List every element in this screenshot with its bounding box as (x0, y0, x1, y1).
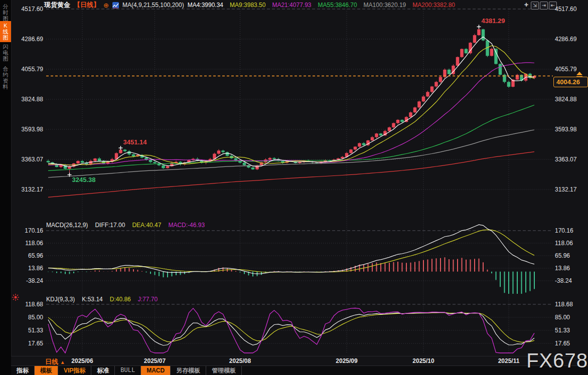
tab-5[interactable]: BULL (115, 366, 141, 375)
auto-fit-icon[interactable]: ⇲ (531, 2, 539, 10)
tab-2[interactable]: 模板 (35, 366, 58, 375)
sidebar-item-label: 分时图 (3, 4, 9, 22)
price-axis-tick: 4055.79 (15, 66, 43, 73)
price-axis-tick: 3363.07 (15, 156, 43, 163)
price-axis-tick: 4055.79 (555, 66, 586, 73)
kdj-axis-tick: 51.33 (555, 327, 586, 334)
time-axis-label: 2025/11 (498, 357, 520, 364)
chevron-up-icon: ▲ (60, 359, 65, 365)
ma-legend-value: MA4:3990.34 (188, 2, 223, 9)
chart-header: 现货黄金 【日线】 ⊕ MA(4,9,21,55,100,200) MA4:39… (44, 1, 455, 9)
kdj-axis-tick: 118.68 (15, 301, 43, 308)
ma-legend-value: MA9:3983.50 (230, 2, 265, 9)
sidebar-item-2[interactable]: K线图 (0, 21, 11, 42)
macd-axis-tick: -38.24 (555, 277, 586, 284)
price-axis-tick: 4517.60 (555, 6, 586, 13)
macd-axis-tick: 118.06 (555, 240, 586, 247)
kdj-axis-tick: 85.00 (555, 314, 586, 321)
tab-7[interactable]: 另存模板 (171, 366, 206, 375)
time-axis-label: 2025/10 (412, 357, 434, 364)
ma-legend-value: MA200:3382.80 (412, 2, 455, 9)
kdj-title: KDJ(9,3,3) (46, 296, 75, 303)
chart-type-icon[interactable] (112, 2, 119, 9)
price-axis-tick: 3132.17 (15, 186, 43, 193)
alert-icon[interactable] (12, 294, 19, 301)
tab-1[interactable]: 指标 (11, 366, 35, 375)
time-axis-label: 2025/09 (336, 357, 357, 364)
kdj-d-value: D:40.86 (110, 296, 131, 303)
chart-toolbar: ✚⇲⇥⇤ (523, 2, 557, 10)
chart-canvas[interactable]: 4381.293451.143245.38 (0, 0, 588, 375)
macd-axis-tick: 170.16 (555, 227, 586, 234)
macd-macd-value: MACD:-46.93 (168, 222, 205, 229)
kdj-axis-tick: 17.65 (555, 340, 586, 347)
y-scale-icon[interactable]: ⇥ (540, 2, 548, 10)
macd-label-row: MACD(26,12,9) DIFF:17.00 DEA:40.47 MACD:… (46, 222, 205, 229)
sidebar: 分时图K线图闪电图合约资料 (0, 0, 12, 375)
price-axis-tick: 3593.98 (15, 126, 43, 133)
price-axis-tick: 3824.88 (15, 96, 43, 103)
tab-4[interactable]: 标准 (91, 366, 115, 375)
kdj-axis-tick: 85.00 (15, 314, 43, 321)
macd-axis-tick: -38.24 (15, 277, 43, 284)
tab-8[interactable]: 管理模板 (206, 366, 242, 375)
sidebar-item-1[interactable]: 分时图 (0, 2, 11, 23)
price-axis-tick: 3593.98 (555, 126, 586, 133)
symbol-title: 现货黄金 (44, 1, 70, 10)
tab-6[interactable]: MACD (141, 366, 171, 375)
crosshair-icon[interactable]: ✚ (523, 2, 530, 9)
macd-axis-tick: 118.06 (15, 240, 43, 247)
macd-axis-tick: 13.86 (15, 265, 43, 272)
price-axis-tick: 3824.88 (555, 96, 586, 103)
svg-text:3451.14: 3451.14 (123, 138, 148, 146)
watermark: FX678 (526, 349, 588, 372)
ma-legend-value: MA100:3620.19 (364, 2, 406, 9)
macd-diff-value: DIFF:17.00 (95, 222, 125, 229)
ma-group-label: MA(4,9,21,55,100,200) (122, 2, 184, 9)
price-axis-tick: 4286.69 (15, 36, 43, 43)
time-axis-label: 2025/07 (144, 357, 166, 364)
time-axis-label: 2025/06 (71, 357, 93, 364)
time-axis-row: 日线 ▲ 2025/062025/072025/082025/092025/10… (11, 356, 588, 366)
tab-3[interactable]: VIP指标 (58, 366, 91, 375)
price-axis-tick: 3363.07 (555, 156, 586, 163)
macd-axis-tick: 170.16 (15, 227, 43, 234)
kdj-label-row: KDJ(9,3,3) K:53.14 D:40.86 J:77.70 (46, 296, 158, 303)
kdj-axis-tick: 17.65 (15, 340, 43, 347)
macd-dea-value: DEA:40.47 (132, 222, 161, 229)
kdj-k-value: K:53.14 (82, 296, 102, 303)
add-compare-icon[interactable]: ⊕ (103, 2, 109, 9)
macd-axis-tick: 65.96 (15, 252, 43, 259)
template-tabbar: 指标模板VIP指标标准BULLMACD另存模板管理模板 (11, 365, 588, 375)
ma-legend-value: MA21:4077.93 (272, 2, 311, 9)
sidebar-item-label: 闪电图 (3, 44, 9, 62)
price-axis-tick: 3132.17 (555, 186, 586, 193)
period-selector-label: 日线 (45, 358, 58, 365)
svg-text:4381.29: 4381.29 (482, 17, 505, 25)
kdj-j-value: J:77.70 (138, 296, 158, 303)
time-axis-label: 2025/08 (229, 357, 251, 364)
macd-title: MACD(26,12,9) (46, 222, 88, 229)
sidebar-item-4[interactable]: 合约资料 (0, 64, 11, 91)
kdj-axis-tick: 51.33 (15, 327, 43, 334)
macd-axis-tick: 13.86 (555, 265, 586, 272)
ma-legend-value: MA55:3846.70 (318, 2, 357, 9)
ma-legend: MA4:3990.34MA9:3983.50MA21:4077.93MA55:3… (188, 2, 455, 9)
sidebar-item-label: 合约资料 (3, 66, 9, 90)
kdj-axis-tick: 118.68 (555, 301, 586, 308)
sidebar-item-label: K线图 (3, 23, 9, 41)
svg-text:3245.38: 3245.38 (72, 176, 96, 183)
period-tag: 【日线】 (74, 1, 100, 10)
sidebar-item-3[interactable]: 闪电图 (0, 42, 11, 63)
last-price-label: 4004.26 (553, 77, 588, 87)
price-axis-tick: 4286.69 (555, 36, 586, 43)
price-axis-tick: 4517.60 (15, 6, 43, 13)
macd-axis-tick: 65.96 (555, 252, 586, 259)
